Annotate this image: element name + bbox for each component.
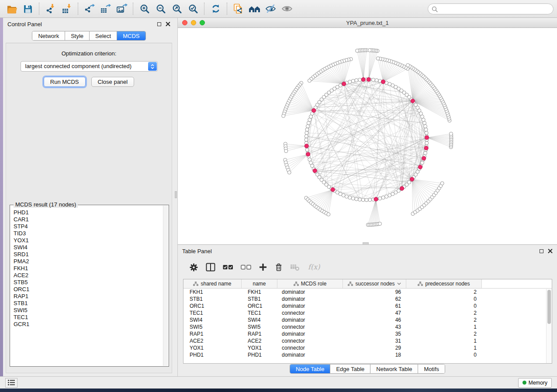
column-header-successor-nodes[interactable]: successor nodes (343, 279, 406, 288)
mcds-hub-node[interactable] (381, 80, 385, 84)
network-node[interactable] (424, 151, 427, 155)
network-node[interactable] (355, 197, 358, 201)
network-node[interactable] (424, 124, 427, 128)
network-node[interactable] (355, 79, 358, 82)
zoom-fit-button[interactable] (169, 1, 185, 16)
network-node[interactable] (282, 114, 285, 117)
network-node[interactable] (284, 149, 288, 153)
graph-nodes[interactable] (282, 48, 453, 227)
copy-network-button[interactable] (230, 1, 246, 16)
network-node[interactable] (304, 134, 308, 138)
network-node[interactable] (450, 132, 453, 135)
network-node[interactable] (425, 131, 428, 135)
tab-motifs[interactable]: Motifs (418, 364, 445, 373)
zoom-selected-button[interactable] (185, 1, 201, 16)
column-header-shared-name[interactable]: shared name (183, 279, 242, 288)
tab-node-table[interactable]: Node Table (290, 364, 330, 373)
network-node[interactable] (308, 79, 311, 83)
refresh-view-button[interactable] (208, 1, 224, 16)
tab-network[interactable]: Network (32, 31, 65, 40)
mcds-hub-node[interactable] (306, 152, 310, 156)
network-node[interactable] (371, 78, 375, 82)
column-header-predecessor-nodes[interactable]: predecessor nodes (406, 279, 482, 288)
result-list-item[interactable]: ORC1 (14, 286, 163, 293)
mcds-hub-node[interactable] (411, 99, 415, 103)
result-list-item[interactable]: STP4 (14, 223, 163, 230)
mcds-hub-node[interactable] (374, 197, 378, 201)
column-header-name[interactable]: name (242, 279, 277, 288)
import-table-button[interactable] (59, 1, 75, 16)
memory-button[interactable]: Memory (518, 378, 552, 388)
network-node[interactable] (378, 197, 382, 200)
mcds-hub-node[interactable] (410, 177, 414, 181)
show-all-button[interactable] (279, 1, 295, 16)
select-all-button[interactable] (223, 265, 233, 270)
export-table-button[interactable] (97, 1, 114, 16)
table-row[interactable]: ACE2ACE2connector311 (183, 337, 552, 344)
result-list-scrollbar[interactable] (163, 206, 168, 366)
result-list-item[interactable]: TID3 (14, 230, 163, 237)
zoom-in-button[interactable] (136, 1, 152, 16)
network-node[interactable] (327, 213, 330, 216)
tab-network-table[interactable]: Network Table (370, 364, 418, 373)
tab-select[interactable]: Select (89, 31, 117, 40)
table-row[interactable]: FKH1FKH1dominator962 (183, 289, 552, 296)
table-row[interactable]: ORC1ORC1dominator610 (183, 303, 552, 309)
result-list-item[interactable]: CAR1 (14, 216, 163, 223)
network-node[interactable] (305, 128, 309, 131)
result-list-item[interactable]: PMA2 (14, 258, 163, 265)
network-node[interactable] (304, 138, 308, 141)
search-input[interactable] (428, 3, 554, 14)
mcds-hub-node[interactable] (331, 188, 335, 192)
result-list-item[interactable]: SRD1 (14, 251, 163, 258)
result-list-item[interactable]: STB5 (14, 279, 163, 286)
network-node[interactable] (375, 79, 378, 82)
network-node[interactable] (424, 128, 428, 131)
import-network-button[interactable] (42, 1, 59, 16)
network-node[interactable] (348, 80, 352, 83)
table-row[interactable]: SWI4SWI4dominator462 (183, 316, 552, 323)
network-node[interactable] (358, 78, 362, 82)
network-node[interactable] (368, 198, 372, 202)
float-panel-icon[interactable] (157, 22, 161, 26)
mcds-hub-node[interactable] (361, 78, 365, 82)
network-node[interactable] (356, 49, 359, 52)
network-node[interactable] (287, 171, 291, 174)
network-node[interactable] (308, 118, 311, 121)
network-node[interactable] (361, 198, 365, 202)
network-node[interactable] (406, 63, 410, 67)
first-neighbors-button[interactable] (246, 1, 263, 16)
mcds-hub-node[interactable] (418, 165, 422, 169)
mcds-hub-node[interactable] (367, 77, 370, 81)
network-node[interactable] (365, 198, 368, 202)
vertical-splitter-handle[interactable] (175, 191, 177, 198)
network-canvas[interactable] (178, 28, 557, 244)
mcds-hub-node[interactable] (422, 156, 426, 160)
result-list-item[interactable]: FKH1 (14, 265, 163, 272)
column-header-MCDS-role[interactable]: MCDS role (277, 279, 343, 288)
mcds-hub-node[interactable] (400, 186, 404, 190)
delete-row-button[interactable] (275, 263, 283, 272)
criterion-dropdown[interactable]: largest connected component (undirected) (21, 61, 158, 72)
network-node[interactable] (425, 141, 429, 145)
network-node[interactable] (351, 79, 355, 83)
run-mcds-button[interactable]: Run MCDS (44, 77, 86, 87)
mcds-hub-node[interactable] (425, 136, 429, 140)
network-node[interactable] (307, 121, 310, 125)
result-list-item[interactable]: YOX1 (14, 237, 163, 244)
network-node[interactable] (381, 196, 385, 199)
network-node[interactable] (351, 197, 355, 200)
network-node[interactable] (368, 48, 371, 52)
table-row[interactable]: PHD1PHD1dominator180 (183, 351, 552, 358)
table-row[interactable]: TEC1TEC1connector472 (183, 309, 552, 316)
network-node[interactable] (306, 124, 309, 128)
table-scrollbar[interactable] (546, 289, 552, 363)
result-list-item[interactable]: SWI5 (14, 307, 163, 314)
result-list-item[interactable]: SWI4 (14, 244, 163, 251)
open-file-button[interactable] (3, 1, 20, 16)
panel-menu-button[interactable] (5, 378, 17, 388)
mcds-hub-node[interactable] (424, 146, 428, 150)
table-row[interactable]: SWI5SWI5connector431 (183, 323, 552, 330)
export-network-button[interactable] (81, 1, 97, 16)
network-node[interactable] (348, 196, 352, 199)
